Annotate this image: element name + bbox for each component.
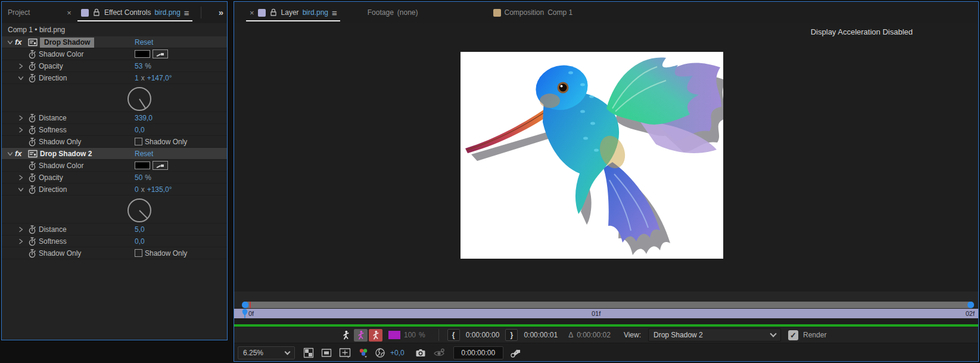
in-point-time[interactable]: 0:00:00:00 xyxy=(466,331,500,339)
close-icon[interactable]: × xyxy=(250,8,254,17)
alpha-overlay-icon[interactable] xyxy=(369,329,382,342)
timeline-scrollbar[interactable] xyxy=(242,302,973,308)
shadow-color-swatch[interactable] xyxy=(135,162,150,169)
playhead[interactable] xyxy=(241,309,248,318)
effect-badge-icon[interactable] xyxy=(28,150,38,158)
alpha-view-icon[interactable] xyxy=(339,329,353,342)
twirl-right-icon[interactable] xyxy=(17,226,24,233)
effect-name[interactable]: Drop Shadow 2 xyxy=(40,150,92,158)
scrollbar-left-handle[interactable] xyxy=(242,302,248,308)
tab-effect-controls[interactable]: Effect Controls bird.png ≡ xyxy=(76,2,194,23)
collapse-panel-icon[interactable]: » xyxy=(219,7,223,17)
stopwatch-icon[interactable] xyxy=(28,185,36,195)
twirl-down-icon[interactable] xyxy=(7,39,14,46)
fast-previews-icon[interactable] xyxy=(509,348,521,358)
stopwatch-icon[interactable] xyxy=(28,249,36,259)
direction-degrees[interactable]: +147,0° xyxy=(147,74,172,82)
stopwatch-icon[interactable] xyxy=(28,225,36,235)
tab-composition[interactable]: Composition Comp 1 xyxy=(489,2,578,23)
current-time-field[interactable]: 0:00:00:00 xyxy=(453,346,503,359)
snapshot-camera-icon[interactable] xyxy=(415,348,426,358)
distance-value[interactable]: 339,0 xyxy=(135,114,153,122)
render-progress-bar xyxy=(234,324,978,327)
tab-layer[interactable]: × Layer bird.png ≡ xyxy=(245,2,341,23)
panel-menu-icon[interactable]: ≡ xyxy=(184,8,189,18)
set-in-point-button[interactable]: { xyxy=(447,329,460,341)
delta-icon: Δ xyxy=(568,331,573,339)
view-select[interactable]: Drop Shadow 2 xyxy=(648,328,781,342)
scrollbar-right-handle[interactable] xyxy=(967,302,974,308)
chevron-down-icon xyxy=(285,349,291,355)
effect-header-drop-shadow-2[interactable]: fx Drop Shadow 2 Reset xyxy=(2,148,227,160)
stopwatch-icon[interactable] xyxy=(28,162,36,171)
region-of-interest-icon[interactable] xyxy=(321,348,332,358)
direction-dial[interactable] xyxy=(125,85,154,113)
eyedropper-icon[interactable] xyxy=(153,49,168,58)
twirl-down-icon[interactable] xyxy=(7,150,14,157)
exposure-value[interactable]: +0,0 xyxy=(390,349,405,357)
stopwatch-icon[interactable] xyxy=(28,126,36,135)
layer-canvas[interactable] xyxy=(461,52,723,259)
stopwatch-icon[interactable] xyxy=(28,237,36,247)
property-row-distance: Distance 339,0 xyxy=(2,112,227,124)
tab-footage[interactable]: Footage (none) xyxy=(363,2,423,23)
close-icon[interactable]: × xyxy=(67,8,71,17)
twirl-down-icon[interactable] xyxy=(17,186,24,193)
overlay-color-swatch[interactable] xyxy=(388,331,400,339)
shadow-only-checkbox[interactable] xyxy=(135,138,142,145)
show-snapshot-icon[interactable] xyxy=(433,348,445,358)
view-select-value: Drop Shadow 2 xyxy=(654,331,703,339)
safe-margins-icon[interactable] xyxy=(339,348,351,358)
softness-value[interactable]: 0,0 xyxy=(135,237,145,246)
effect-header-drop-shadow[interactable]: fx Drop Shadow Reset xyxy=(2,36,227,48)
tab-layer-file: bird.png xyxy=(303,8,328,17)
set-out-point-button[interactable]: } xyxy=(505,329,518,341)
twirl-right-icon[interactable] xyxy=(17,238,24,245)
render-checkbox[interactable]: ✓ xyxy=(788,330,798,340)
reset-link[interactable]: Reset xyxy=(135,150,153,158)
stopwatch-icon[interactable] xyxy=(28,138,36,147)
twirl-right-icon[interactable] xyxy=(17,114,24,122)
shadow-only-checkbox[interactable] xyxy=(135,249,142,257)
exposure-icon[interactable] xyxy=(375,348,385,358)
softness-value[interactable]: 0,0 xyxy=(135,126,145,134)
stopwatch-icon[interactable] xyxy=(28,114,36,123)
stopwatch-icon[interactable] xyxy=(28,74,36,83)
opacity-value[interactable]: 50 xyxy=(135,173,142,182)
twirl-right-icon[interactable] xyxy=(17,174,24,181)
reset-link[interactable]: Reset xyxy=(135,38,153,46)
twirl-down-icon[interactable] xyxy=(17,75,24,82)
lock-icon[interactable] xyxy=(92,8,101,17)
panel-menu-icon[interactable]: ≡ xyxy=(332,8,337,18)
twirl-right-icon[interactable] xyxy=(17,63,24,70)
time-ruler[interactable]: 0f 01f 02f xyxy=(234,309,978,318)
property-row-direction: Direction 0x+135,0° xyxy=(2,184,227,196)
overlay-opacity-value[interactable]: 100 xyxy=(404,331,416,339)
direction-degrees[interactable]: +135,0° xyxy=(147,185,172,194)
shadow-color-swatch[interactable] xyxy=(135,50,150,58)
stopwatch-icon[interactable] xyxy=(28,50,36,60)
magnification-select[interactable]: 6.25% xyxy=(238,346,295,359)
twirl-right-icon[interactable] xyxy=(17,126,24,134)
direction-dial[interactable] xyxy=(125,196,154,225)
stopwatch-icon[interactable] xyxy=(28,173,36,183)
view-label: View: xyxy=(624,331,641,339)
property-label: Shadow Color xyxy=(39,50,83,58)
property-row-shadow-only: Shadow Only Shadow Only xyxy=(2,136,227,148)
tab-project[interactable]: Project × xyxy=(2,2,76,23)
lock-icon[interactable] xyxy=(269,8,278,17)
transparency-grid-icon[interactable] xyxy=(303,348,314,358)
effect-badge-icon[interactable] xyxy=(28,38,38,46)
stopwatch-icon[interactable] xyxy=(28,62,36,72)
eyedropper-icon[interactable] xyxy=(153,161,168,170)
alpha-boundary-icon[interactable] xyxy=(354,329,368,342)
out-point-time[interactable]: 0:00:00:01 xyxy=(524,331,558,339)
effect-name[interactable]: Drop Shadow xyxy=(40,38,94,46)
direction-revolutions[interactable]: 0 xyxy=(135,185,139,194)
property-row-shadow-color: Shadow Color xyxy=(2,160,227,172)
opacity-value[interactable]: 53 xyxy=(135,62,142,70)
distance-value[interactable]: 5,0 xyxy=(135,225,145,234)
channel-select-icon[interactable] xyxy=(358,348,369,358)
direction-revolutions[interactable]: 1 xyxy=(135,74,139,82)
tabbar-divider xyxy=(201,7,201,18)
